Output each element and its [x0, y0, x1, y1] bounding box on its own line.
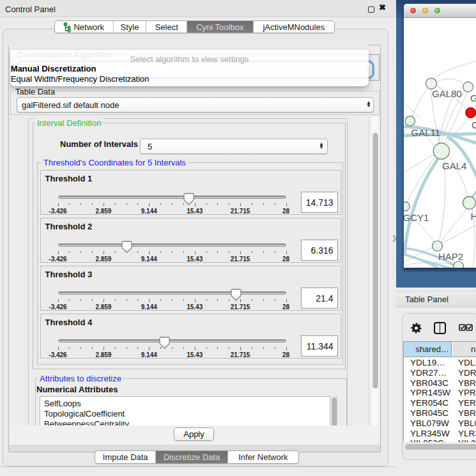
svg-text:GAL4: GAL4 [442, 160, 466, 171]
svg-text:G.: G. [470, 93, 476, 104]
svg-text:GAL80: GAL80 [432, 88, 462, 99]
svg-text:GAL11: GAL11 [411, 127, 441, 138]
svg-text:C: C [472, 119, 476, 130]
svg-text:H: H [471, 211, 476, 222]
svg-text:HAP2: HAP2 [438, 251, 463, 262]
svg-text:GCY1: GCY1 [404, 212, 429, 223]
